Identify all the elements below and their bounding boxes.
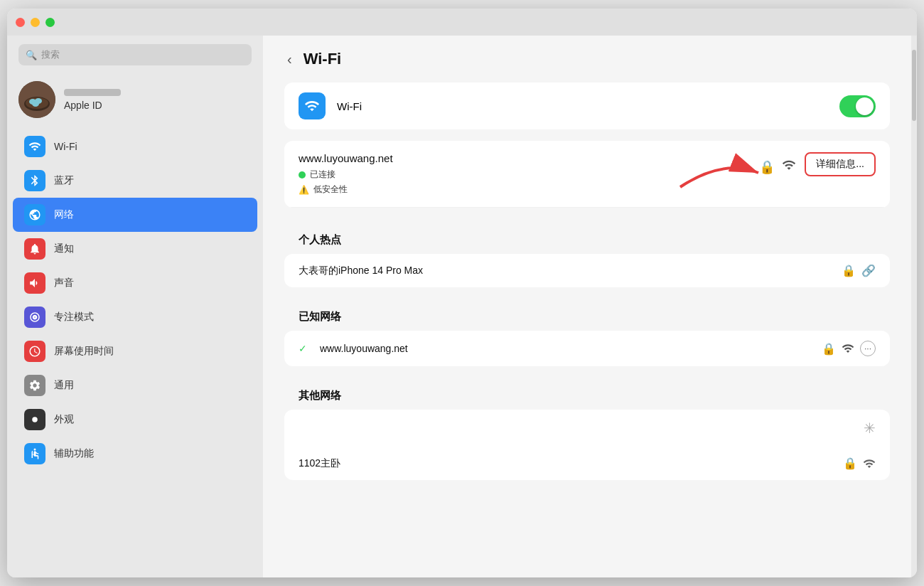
other-icons: 🔒 (843, 457, 876, 470)
svg-point-7 (34, 449, 36, 451)
sidebar-item-network[interactable]: 网络 (13, 198, 257, 232)
profile-section[interactable]: Apple ID (7, 74, 263, 129)
loading-indicator: ✳ (284, 410, 890, 447)
network-icon (24, 204, 45, 225)
accessibility-icon (24, 443, 45, 464)
sidebar: 🔍 搜索 (7, 36, 263, 577)
screentime-icon (24, 341, 45, 362)
other-networks-header: 其他网络 ✳ 1102主卧 🔒 (284, 378, 890, 480)
warning-icon: ⚠️ (299, 185, 309, 195)
wifi-toggle-row: Wi-Fi (284, 82, 890, 129)
hotspot-name: 大表哥的iPhone 14 Pro Max (299, 265, 833, 277)
sidebar-item-general[interactable]: 通用 (13, 368, 257, 403)
back-button[interactable]: ‹ (284, 51, 295, 68)
network-label: 网络 (54, 208, 74, 221)
wifi-toggle[interactable] (839, 95, 876, 117)
network-action-icons: 🔒 (759, 158, 796, 176)
other-wifi-icon (863, 457, 876, 470)
more-button[interactable]: ··· (860, 341, 876, 356)
security-text: 低安全性 (313, 183, 348, 196)
hotspot-row: 大表哥的iPhone 14 Pro Max 🔒 🔗 (284, 254, 890, 287)
svg-point-5 (32, 101, 39, 107)
sidebar-item-sound[interactable]: 声音 (13, 266, 257, 300)
sound-icon (24, 272, 45, 294)
other-network-row: ✳ 1102主卧 🔒 (284, 410, 890, 480)
connected-status: 已连接 (310, 169, 335, 181)
scrollbar-thumb[interactable] (912, 50, 916, 121)
known-icons: 🔒 ··· (822, 341, 876, 356)
close-button[interactable] (16, 18, 25, 27)
network-name: www.luyouwang.net (299, 152, 751, 164)
sidebar-item-notification[interactable]: 通知 (13, 232, 257, 266)
hotspot-link-icon: 🔗 (861, 264, 876, 277)
sidebar-item-wifi[interactable]: Wi-Fi (13, 129, 257, 164)
sidebar-item-bluetooth[interactable]: 蓝牙 (13, 164, 257, 198)
screentime-label: 屏幕使用时间 (54, 345, 114, 358)
settings-window: 🔍 搜索 (7, 9, 917, 577)
network-info: www.luyouwang.net 已连接 ⚠️ 低安全性 (299, 152, 751, 196)
wifi-label: Wi-Fi (54, 141, 77, 152)
fullscreen-button[interactable] (45, 18, 55, 27)
hotspot-lock-icon: 🔒 (842, 264, 856, 277)
panel-title: Wi-Fi (303, 50, 342, 68)
other-lock-icon: 🔒 (843, 457, 857, 470)
other-network-name: 1102主卧 (299, 457, 834, 470)
hotspot-icons: 🔒 🔗 (842, 264, 876, 277)
known-network-item[interactable]: ✓ www.luyouwang.net 🔒 ··· (284, 331, 890, 366)
status-row: 已连接 (299, 169, 751, 181)
spinner-icon: ✳ (864, 420, 876, 437)
wifi-icon (24, 136, 45, 157)
apple-id-info: Apple ID (64, 89, 121, 111)
connected-network-row: www.luyouwang.net 已连接 ⚠️ 低安全性 🔒 (284, 141, 890, 208)
accessibility-label: 辅助功能 (54, 447, 94, 460)
appearance-label: 外观 (54, 413, 74, 426)
main-panel: ‹ Wi-Fi Wi-Fi www.luyouwang.net (263, 36, 911, 577)
known-wifi-icon (842, 342, 854, 355)
sidebar-item-focus[interactable]: 专注模式 (13, 300, 257, 334)
general-icon (24, 375, 45, 396)
search-icon: 🔍 (26, 50, 37, 60)
avatar (18, 81, 55, 118)
general-label: 通用 (54, 379, 74, 392)
known-network-name: www.luyouwang.net (320, 343, 813, 354)
sidebar-item-appearance[interactable]: 外观 (13, 403, 257, 437)
known-lock-icon: 🔒 (822, 342, 836, 356)
focus-icon (24, 307, 45, 328)
apple-id-label: Apple ID (64, 100, 121, 111)
wifi-signal-icon (782, 158, 796, 176)
search-placeholder: 搜索 (41, 48, 60, 61)
bluetooth-icon (24, 170, 45, 191)
panel-header: ‹ Wi-Fi (284, 50, 890, 68)
notification-label: 通知 (54, 243, 74, 255)
wifi-main-icon (299, 92, 326, 119)
detail-button[interactable]: 详细信息... (805, 152, 876, 176)
notification-icon (24, 238, 45, 260)
checkmark-icon: ✓ (299, 343, 307, 354)
sound-label: 声音 (54, 277, 74, 289)
appearance-icon (24, 409, 45, 430)
connected-dot (299, 171, 306, 179)
bluetooth-label: 蓝牙 (54, 174, 74, 187)
hotspot-section-header: 个人热点 (284, 222, 890, 254)
content-area: 🔍 搜索 (7, 36, 917, 577)
titlebar (7, 9, 917, 36)
apple-id-name-blur (64, 89, 121, 96)
wifi-main-label: Wi-Fi (337, 100, 828, 112)
known-network-row: ✓ www.luyouwang.net 🔒 ··· (284, 331, 890, 366)
warning-row: ⚠️ 低安全性 (299, 183, 751, 196)
other-network-item[interactable]: 1102主卧 🔒 (284, 447, 890, 480)
hotspot-header: 个人热点 大表哥的iPhone 14 Pro Max 🔒 🔗 (284, 222, 890, 287)
lock-icon: 🔒 (759, 159, 775, 175)
search-bar[interactable]: 🔍 搜索 (18, 44, 252, 65)
hotspot-item[interactable]: 大表哥的iPhone 14 Pro Max 🔒 🔗 (284, 254, 890, 287)
known-networks-header: 已知网络 ✓ www.luyouwang.net 🔒 ··· (284, 299, 890, 366)
svg-point-6 (32, 417, 38, 422)
other-section-header: 其他网络 (284, 378, 890, 410)
known-section-header: 已知网络 (284, 299, 890, 331)
minimize-button[interactable] (31, 18, 40, 27)
focus-label: 专注模式 (54, 311, 94, 324)
sidebar-item-accessibility[interactable]: 辅助功能 (13, 437, 257, 471)
connected-network-section: www.luyouwang.net 已连接 ⚠️ 低安全性 🔒 (284, 141, 890, 208)
scrollbar-track[interactable] (911, 36, 917, 577)
sidebar-item-screentime[interactable]: 屏幕使用时间 (13, 334, 257, 368)
